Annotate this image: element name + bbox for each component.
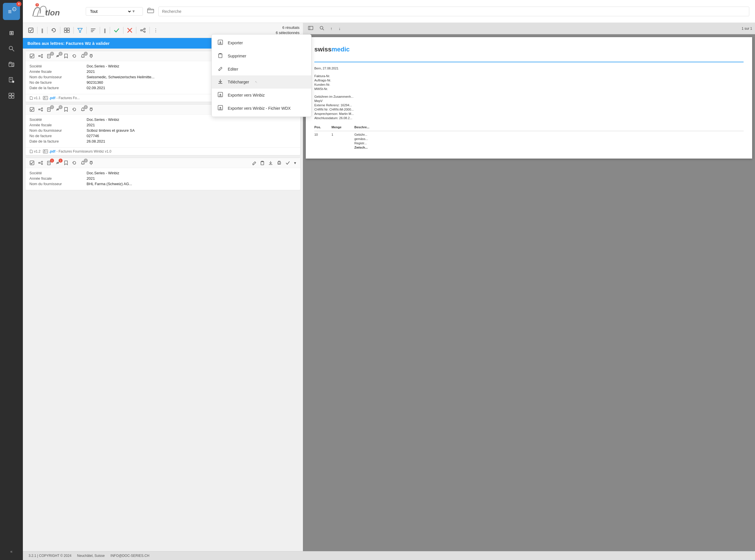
doc2-checkbox[interactable]: [28, 106, 36, 113]
doc3-checkbox[interactable]: [28, 160, 36, 166]
pause2-button[interactable]: ‖: [102, 26, 108, 35]
dropdown-export-winbiz-wdx-label: Exporter vers Winbiz - Fichier WDX: [228, 106, 291, 111]
svg-line-69: [40, 108, 41, 109]
sort-button[interactable]: [88, 26, 98, 34]
list-container[interactable]: 0 0 0: [23, 48, 303, 551]
doc2-links[interactable]: 0: [54, 106, 61, 113]
doc1-workflow[interactable]: [37, 53, 44, 59]
doc2-date: Date de la facture 26.08.2021: [29, 139, 296, 143]
svg-rect-22: [147, 9, 154, 13]
doc2-pdf-info: .pdf - Factures Fournisseurs Winbiz v1.0: [43, 149, 112, 154]
toolbar-results: 6 résultats 6 sélectionnés: [276, 25, 299, 36]
doc2-workflow[interactable]: [37, 106, 44, 113]
pause-button[interactable]: ‖: [39, 26, 45, 35]
dropdown-export-label: Exporter: [228, 41, 243, 45]
doc1-notifications[interactable]: 0: [79, 53, 86, 59]
doc1-documents[interactable]: 0: [45, 53, 53, 59]
doc2-bookmark[interactable]: [63, 106, 69, 113]
doc3-fournisseur: Nom du fournisseur BHL Farma (Schweiz) A…: [29, 182, 296, 186]
svg-rect-78: [90, 108, 92, 110]
refresh-button[interactable]: [49, 26, 58, 34]
pdf-search-button[interactable]: [317, 24, 326, 32]
pdf-date: Bern, 27.08.2021: [314, 66, 743, 70]
doc3-plug[interactable]: [88, 160, 95, 166]
doc3-documents[interactable]: 1: [45, 160, 53, 166]
dropdown-item-editer[interactable]: Editer: [212, 63, 311, 76]
doc3-bookmark[interactable]: [63, 160, 69, 166]
sidebar-item-grid[interactable]: [4, 88, 19, 103]
doc3-checkmark[interactable]: [284, 160, 292, 166]
svg-rect-26: [64, 31, 66, 33]
svg-line-115: [323, 29, 324, 30]
pdf-sidebar-toggle[interactable]: [306, 25, 316, 32]
svg-rect-120: [219, 54, 222, 58]
dropdown-item-export-winbiz-wdx[interactable]: Exporter vers Winbiz - Fichier WDX: [212, 102, 311, 115]
doc1-doc-badge: 0: [50, 52, 54, 56]
sidebar-logo[interactable]: + ≡ +: [3, 3, 20, 20]
dropdown-item-export-winbiz[interactable]: Exporter vers Winbiz: [212, 88, 311, 102]
doc2-notifications[interactable]: 0: [79, 106, 86, 113]
select-all-button[interactable]: [26, 26, 36, 34]
sidebar-item-dashboard[interactable]: ⊞: [4, 26, 19, 40]
doc1-history[interactable]: [71, 53, 78, 59]
doc3-edit[interactable]: [251, 160, 258, 166]
dropdown-item-export[interactable]: Exporter: [212, 36, 311, 49]
doc3-workflow[interactable]: [37, 160, 44, 166]
sidebar-item-search[interactable]: [4, 41, 19, 56]
sidebar-item-folder-search[interactable]: [4, 57, 19, 72]
main-content: tlon ToutDocumentsFactures ▼ ‖: [23, 0, 755, 560]
doc1-notif-badge: 0: [84, 52, 88, 56]
pdf-next-page[interactable]: ↓: [336, 25, 343, 32]
doc3-chevron-down[interactable]: ▾: [293, 160, 297, 166]
svg-rect-15: [9, 93, 11, 96]
svg-point-68: [41, 110, 43, 111]
filter-button[interactable]: [76, 26, 85, 34]
doc3-download[interactable]: [267, 160, 274, 166]
topbar-logo: tlon: [28, 3, 80, 19]
doc2-facture-no: No de facture 027746: [29, 134, 296, 138]
filter-select[interactable]: ToutDocumentsFactures: [89, 9, 132, 14]
doc1-plug[interactable]: [88, 53, 95, 59]
doc2-societe: Société Doc.Series - Winbiz: [29, 117, 296, 122]
svg-rect-85: [44, 150, 45, 151]
pdf-current-page: 1: [741, 26, 743, 31]
sidebar-item-add-document[interactable]: [4, 73, 19, 87]
doc1-links[interactable]: 0: [54, 53, 61, 59]
doc1-checkbox[interactable]: [28, 53, 36, 59]
filter-select-wrapper[interactable]: ToutDocumentsFactures ▼: [86, 7, 143, 16]
more-button[interactable]: ⋮: [152, 26, 160, 35]
pdf-prev-page[interactable]: ↑: [328, 25, 335, 32]
dropdown-item-telecharger[interactable]: Télécharger ↖: [212, 76, 311, 88]
doc3-links[interactable]: 1: [54, 160, 61, 166]
doc3-delete[interactable]: [259, 160, 266, 166]
reject-button[interactable]: [125, 26, 134, 34]
group-button[interactable]: [62, 26, 72, 34]
doc-area: ‖ ‖: [23, 23, 755, 551]
svg-line-38: [142, 31, 144, 32]
dropdown-export-winbiz-label: Exporter vers Winbiz: [228, 93, 265, 97]
doc1-version: v1.1: [29, 96, 41, 100]
dropdown-supprimer-label: Supprimer: [228, 54, 246, 58]
folder-icon[interactable]: [147, 8, 154, 15]
doc2-doc-badge: 0: [50, 105, 54, 109]
doc3-notifications[interactable]: 0: [79, 160, 86, 166]
search-input[interactable]: [158, 6, 749, 16]
doc2-history[interactable]: [71, 106, 78, 113]
doc2-footer: v1.2 .pdf - Factures Fournisseurs Winbiz…: [25, 147, 300, 155]
sidebar-collapse-button[interactable]: «: [4, 547, 19, 556]
pdf-logo: swissmedic: [314, 46, 743, 53]
doc2-plug[interactable]: [88, 106, 95, 113]
separator-8: [123, 27, 123, 34]
right-panel: ↑ ↓ 1 sur 1 swissmedic Bern, 27.08.2021: [303, 23, 755, 551]
svg-rect-17: [9, 96, 11, 98]
approve-button[interactable]: [112, 26, 121, 34]
doc3-doc-badge: 1: [50, 159, 54, 163]
dropdown-item-supprimer[interactable]: Supprimer: [212, 49, 311, 63]
svg-marker-28: [78, 28, 82, 32]
sidebar: + ≡ + ⊞ «: [0, 0, 23, 560]
share-button[interactable]: [138, 26, 148, 34]
doc3-print[interactable]: [276, 160, 283, 166]
doc2-documents[interactable]: 0: [45, 106, 53, 113]
doc1-bookmark[interactable]: [63, 53, 69, 59]
doc3-history[interactable]: [71, 160, 78, 166]
